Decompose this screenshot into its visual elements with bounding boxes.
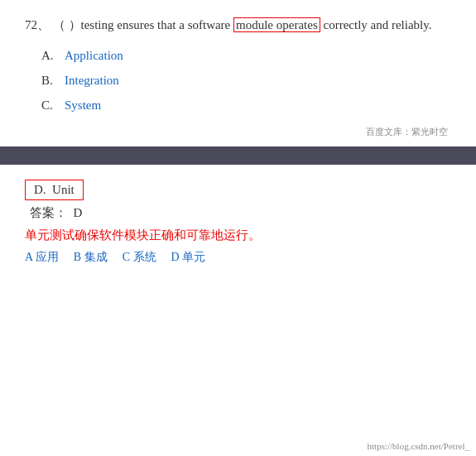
bottom-watermark: https://blog.csdn.net/Petrel_ xyxy=(368,441,469,451)
option-b-label: B. xyxy=(41,68,65,93)
question-pre: （ ）testing ensures that a software xyxy=(53,18,233,31)
divider-bar xyxy=(0,146,476,165)
option-a-label: A. xyxy=(41,43,65,68)
answer-line: 答案： D xyxy=(25,205,451,221)
answer-section: D. Unit 答案： D 单元测试确保软件模块正确和可靠地运行。 A 应用 B… xyxy=(0,165,476,273)
option-d-text: Unit xyxy=(52,183,75,196)
question-post: correctly and reliably. xyxy=(320,18,432,31)
option-d-box: D. Unit xyxy=(25,180,451,205)
option-b-text: Integration xyxy=(65,68,119,93)
question-text: 72、 （ ）testing ensures that a software m… xyxy=(25,15,451,36)
option-c-text: System xyxy=(65,93,101,118)
tag-d: D 单元 xyxy=(171,250,206,265)
option-d-label: D. xyxy=(34,183,46,196)
question-number: 72、 xyxy=(25,18,50,31)
explanation: 单元测试确保软件模块正确和可靠地运行。 xyxy=(25,228,451,243)
question-section: 72、 （ ）testing ensures that a software m… xyxy=(0,0,476,146)
answer-value: D xyxy=(74,206,83,219)
options-list: A. Application B. Integration C. System xyxy=(25,43,451,118)
tag-b: B 集成 xyxy=(74,250,108,265)
option-d: D. Unit xyxy=(25,180,84,200)
tag-a: A 应用 xyxy=(25,250,59,265)
top-watermark: 百度文库：紫光时空 xyxy=(25,126,451,138)
option-a-text: Application xyxy=(65,43,123,68)
tag-c: C 系统 xyxy=(123,250,156,265)
option-a: A. Application xyxy=(41,43,451,68)
tags-row: A 应用 B 集成 C 系统 D 单元 xyxy=(25,250,451,265)
answer-label: 答案： xyxy=(30,206,67,219)
option-b: B. Integration xyxy=(41,68,451,93)
option-c-label: C. xyxy=(41,93,65,118)
highlight-text: module operates xyxy=(233,17,320,32)
option-c: C. System xyxy=(41,93,451,118)
